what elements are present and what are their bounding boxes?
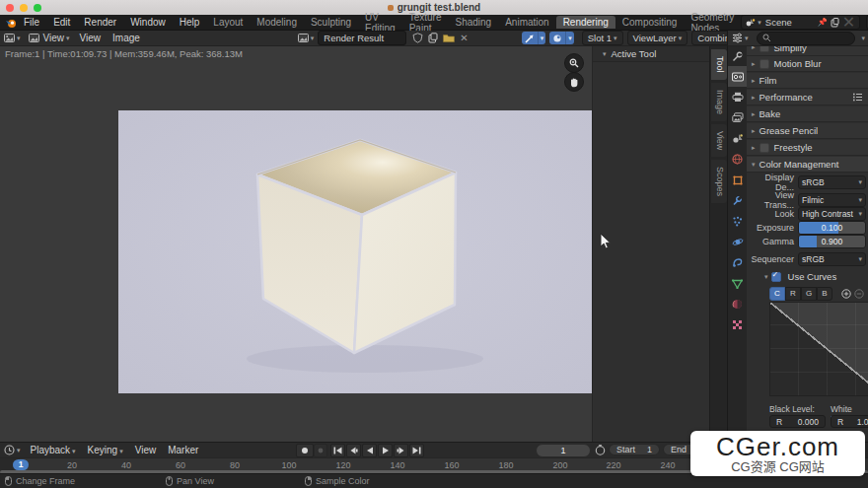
active-tool-panel-header[interactable]: ▾ Active Tool xyxy=(593,46,710,62)
tab-material-properties[interactable] xyxy=(728,294,747,314)
open-image-folder-icon[interactable] xyxy=(443,34,455,43)
tab-modifier-properties[interactable] xyxy=(728,190,747,211)
render-slot-dropdown[interactable]: Slot 1▾ xyxy=(582,31,623,45)
channel-r-button[interactable]: R xyxy=(785,287,801,301)
panel-motion-blur[interactable]: ▸ Motion Blur xyxy=(747,56,868,72)
performance-presets-icon[interactable] xyxy=(852,93,863,102)
tab-data-properties[interactable] xyxy=(728,273,747,294)
image-viewer[interactable]: Frame:1 | Time:01:09.73 | Mem:359.46M, P… xyxy=(0,46,727,442)
tab-object-properties[interactable] xyxy=(728,170,747,190)
tab-physics-properties[interactable] xyxy=(728,232,747,252)
use-curves-checkbox[interactable] xyxy=(771,272,781,282)
image-menu-view[interactable]: View xyxy=(74,33,108,43)
timeline-menu-view[interactable]: View xyxy=(129,445,163,455)
panel-grease-pencil[interactable]: ▸Grease Pencil xyxy=(747,123,868,139)
fake-user-shield-icon[interactable] xyxy=(412,33,423,43)
timeline-menu-marker[interactable]: Marker xyxy=(162,445,204,455)
menu-file[interactable]: File xyxy=(17,17,46,28)
panel-performance[interactable]: ▸Performance xyxy=(747,90,868,105)
look-dropdown[interactable]: High Contrast▾ xyxy=(798,207,866,221)
gamma-slider[interactable]: 0.900 xyxy=(798,235,866,248)
menu-render[interactable]: Render xyxy=(77,17,123,28)
zoom-gizmo-button[interactable] xyxy=(564,53,584,73)
current-frame-field[interactable]: 1 xyxy=(536,444,591,457)
overlays-toggle[interactable] xyxy=(549,32,565,44)
timeline-menu-keying[interactable]: Keying▾ xyxy=(82,445,129,455)
workspace-tab-sculpting[interactable]: Sculpting xyxy=(304,16,358,29)
sidebar-tab-view[interactable]: View xyxy=(711,124,727,157)
view-transform-dropdown[interactable]: Filmic▾ xyxy=(798,193,866,207)
jump-to-start-button[interactable] xyxy=(330,444,345,457)
tab-constraint-properties[interactable] xyxy=(728,252,747,273)
image-name-field[interactable]: Render Result xyxy=(318,31,406,45)
channel-c-button[interactable]: C xyxy=(769,287,785,301)
render-layer-dropdown[interactable]: ViewLayer▾ xyxy=(627,31,688,45)
gizmos-toggle[interactable] xyxy=(522,32,538,44)
workspace-tab-layout[interactable]: Layout xyxy=(206,16,250,29)
jump-to-end-button[interactable] xyxy=(409,444,424,457)
tab-texture-properties[interactable] xyxy=(728,314,747,335)
properties-search-input[interactable] xyxy=(757,32,856,45)
simplify-checkbox[interactable] xyxy=(760,46,769,52)
properties-options-dropdown[interactable]: ▾ xyxy=(861,35,865,42)
sidebar-tab-tool[interactable]: Tool xyxy=(711,49,727,80)
previous-keyframe-button[interactable] xyxy=(346,444,361,457)
properties-editor-type-selector[interactable]: ▾ xyxy=(728,32,753,45)
tab-scene-properties[interactable] xyxy=(728,128,747,149)
tab-viewlayer-properties[interactable] xyxy=(728,107,747,128)
tab-tool-properties[interactable] xyxy=(728,46,747,66)
workspace-tab-shading[interactable]: Shading xyxy=(448,16,498,29)
tab-output-properties[interactable] xyxy=(728,87,747,107)
panel-bake[interactable]: ▸Bake xyxy=(747,106,868,122)
menu-help[interactable]: Help xyxy=(173,17,207,28)
sequencer-dropdown[interactable]: sRGB▾ xyxy=(798,252,866,266)
panel-freestyle[interactable]: ▸ Freestyle xyxy=(747,140,868,156)
editor-type-selector[interactable]: ▾ xyxy=(0,32,25,45)
auto-keying-record-button[interactable] xyxy=(296,444,314,457)
workspace-tab-rendering[interactable]: Rendering xyxy=(556,16,615,29)
playhead-badge[interactable]: 1 xyxy=(13,459,29,470)
sidebar-tab-image[interactable]: Image xyxy=(711,83,727,121)
image-menu-image[interactable]: Image xyxy=(107,33,146,43)
play-reverse-button[interactable] xyxy=(362,444,377,457)
next-keyframe-button[interactable] xyxy=(394,444,408,457)
menu-edit[interactable]: Edit xyxy=(46,17,77,28)
workspace-tab-animation[interactable]: Animation xyxy=(498,16,555,29)
tab-particle-properties[interactable] xyxy=(728,211,747,232)
new-scene-icon[interactable] xyxy=(831,18,839,28)
workspace-tab-compositing[interactable]: Compositing xyxy=(615,16,685,29)
overlays-dropdown[interactable]: ▾ xyxy=(565,32,574,44)
scene-selector[interactable]: ▾ Scene 📌 ✕ xyxy=(741,15,860,30)
timeline-editor-type-selector[interactable]: ▾ xyxy=(0,444,25,457)
sidebar-tab-scopes[interactable]: Scopes xyxy=(711,160,727,203)
timeline-menu-playback[interactable]: Playback▾ xyxy=(25,445,82,455)
black-level-field[interactable]: R 0.000 xyxy=(769,415,826,428)
channel-b-button[interactable]: B xyxy=(817,287,832,301)
motion-blur-checkbox[interactable] xyxy=(760,59,769,69)
frame-start-field[interactable]: Start1 xyxy=(609,444,660,455)
image-mode-dropdown[interactable]: View ▾ xyxy=(25,32,74,45)
play-button[interactable] xyxy=(378,444,393,457)
menu-window[interactable]: Window xyxy=(123,17,173,28)
unlink-scene-icon[interactable]: ✕ xyxy=(842,13,855,32)
display-device-dropdown[interactable]: sRGB▾ xyxy=(798,175,866,189)
pan-gizmo-button[interactable] xyxy=(564,72,584,92)
tab-render-properties[interactable] xyxy=(728,66,747,87)
freestyle-checkbox[interactable] xyxy=(760,143,769,153)
curve-zoom-out-icon[interactable] xyxy=(854,289,864,299)
keying-set-button[interactable] xyxy=(314,444,327,457)
exposure-slider[interactable]: 0.100 xyxy=(798,221,866,235)
image-datablock-selector[interactable]: ▾ xyxy=(294,32,319,45)
workspace-tab-modeling[interactable]: Modeling xyxy=(250,16,304,29)
curve-zoom-in-icon[interactable] xyxy=(841,289,851,299)
panel-color-management[interactable]: ▾Color Management xyxy=(747,157,868,173)
new-image-icon[interactable] xyxy=(428,33,438,43)
unlink-image-icon[interactable]: ✕ xyxy=(460,33,468,43)
channel-g-button[interactable]: G xyxy=(801,287,817,301)
panel-film[interactable]: ▸Film xyxy=(747,73,868,89)
white-level-field[interactable]: R 1.000 xyxy=(831,415,868,428)
gizmos-dropdown[interactable]: ▾ xyxy=(538,32,546,44)
pin-icon[interactable]: 📌 xyxy=(818,18,828,27)
curve-widget[interactable] xyxy=(769,302,868,396)
blender-logo-icon[interactable] xyxy=(5,17,17,29)
